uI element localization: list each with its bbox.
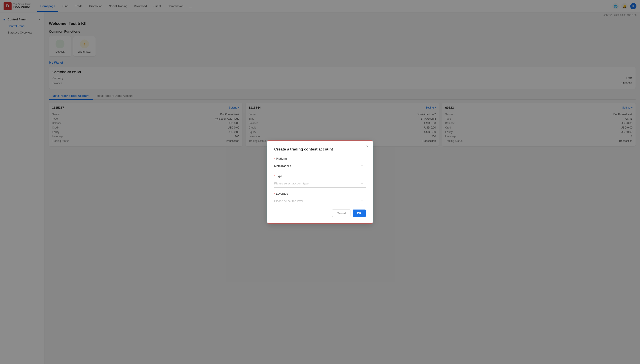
type-label: * Type (274, 174, 366, 178)
ok-button[interactable]: OK (353, 210, 366, 217)
leverage-label: * Leverage (274, 192, 366, 195)
type-select-arrow: ▾ (361, 182, 363, 185)
leverage-required-star: * (274, 192, 275, 195)
modal-overlay: Create a trading contest account × * Pla… (0, 0, 640, 364)
platform-select[interactable]: MetaTrader 4 ▾ (274, 162, 366, 170)
type-select-placeholder: Please select account type (274, 182, 309, 185)
platform-select-arrow: ▾ (361, 164, 363, 168)
modal-title: Create a trading contest account (274, 147, 366, 152)
create-trading-contest-modal: Create a trading contest account × * Pla… (267, 140, 373, 224)
type-required-star: * (274, 174, 275, 178)
modal-close-button[interactable]: × (366, 144, 368, 148)
type-select[interactable]: Please select account type ▾ (274, 180, 366, 188)
modal-footer: Cancel OK (274, 210, 366, 217)
cancel-button[interactable]: Cancel (332, 210, 350, 217)
leverage-select-arrow: ▾ (361, 200, 363, 203)
platform-label: * Platform (274, 157, 366, 160)
leverage-field-group: * Leverage Please select the lever ▾ (274, 192, 366, 205)
leverage-select-placeholder: Please select the lever (274, 199, 303, 203)
type-field-group: * Type Please select account type ▾ (274, 174, 366, 188)
platform-select-value: MetaTrader 4 (274, 164, 292, 168)
platform-required-star: * (274, 157, 275, 160)
leverage-select[interactable]: Please select the lever ▾ (274, 197, 366, 205)
platform-field-group: * Platform MetaTrader 4 ▾ (274, 157, 366, 170)
